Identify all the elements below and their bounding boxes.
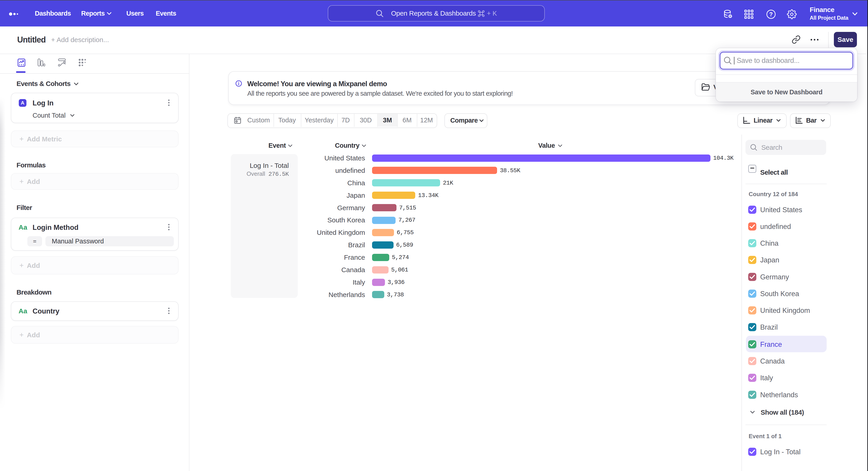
svg-text:?: ? bbox=[769, 11, 773, 18]
